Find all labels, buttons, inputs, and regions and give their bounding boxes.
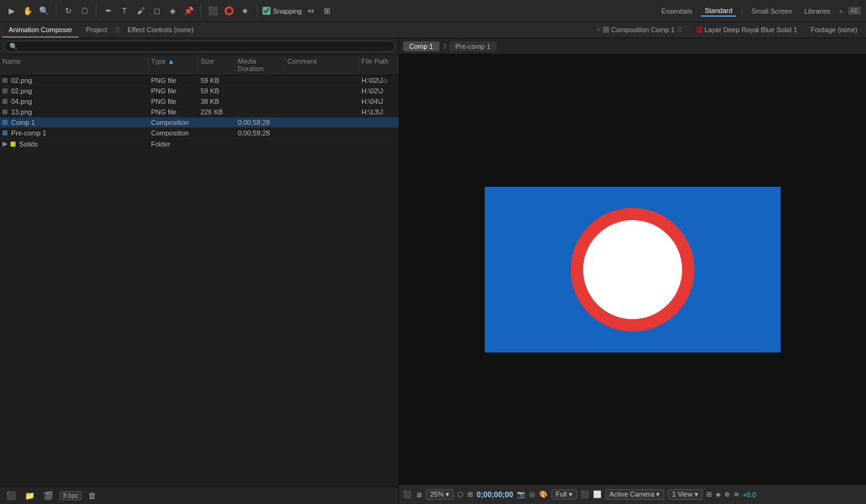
quality-value: Full xyxy=(556,490,567,498)
project-menu[interactable]: ☰ xyxy=(115,27,120,33)
footage-tab[interactable]: Footage (none) xyxy=(805,22,864,38)
comp-tab[interactable]: ✕ Composition Comp 1 ☰ xyxy=(590,22,689,38)
camera-icon: 📷 xyxy=(517,490,526,498)
file-name: 02.png xyxy=(11,87,32,95)
cell-size: 38 KB xyxy=(198,96,235,106)
project-tab[interactable]: Project xyxy=(80,22,113,38)
precomp-color-icon xyxy=(2,130,7,135)
project-table-header: Name Type ▲ Size Media Duration Comment … xyxy=(0,55,399,75)
project-search-area xyxy=(0,38,399,55)
hand-tool[interactable]: ✋ xyxy=(21,4,35,18)
col-path: File Path xyxy=(359,56,399,74)
sep-2 xyxy=(96,5,97,17)
sep-3 xyxy=(201,5,201,17)
cell-path xyxy=(359,139,399,149)
folder-expand-icon[interactable]: ▶ xyxy=(2,140,7,148)
project-row[interactable]: 02.png PNG file 59 KB H:\02\J⌂ xyxy=(0,75,399,86)
libraries-btn[interactable]: Libraries xyxy=(800,6,834,16)
project-row[interactable]: 04.png PNG file 38 KB H:\04\J xyxy=(0,96,399,107)
rotate-tool[interactable]: ↻ xyxy=(61,4,75,18)
cell-comment xyxy=(285,107,359,117)
comp-name: Comp 1 xyxy=(11,119,35,126)
cell-size xyxy=(198,128,235,138)
shape-tool[interactable]: ⬛ xyxy=(206,4,220,18)
viewer-nav-tabs: Comp 1 ❯ Pre-comp 1 xyxy=(399,38,866,54)
cell-comment xyxy=(285,117,359,127)
quality-btn[interactable]: Full ▾ xyxy=(552,489,577,500)
arrow-tool[interactable]: ▶ xyxy=(5,4,19,18)
camera-tool[interactable]: ⬡ xyxy=(77,4,91,18)
layer-tab[interactable]: Layer Deep Royal Blue Solid 1 xyxy=(690,22,803,38)
cell-name: 04.png xyxy=(0,96,149,106)
breadcrumb-arrow: ❯ xyxy=(442,43,447,49)
cell-duration xyxy=(235,96,285,106)
cell-name: 13.png xyxy=(0,107,149,117)
snapping-checkbox[interactable] xyxy=(262,7,271,15)
new-item-btn[interactable]: ⬛ xyxy=(4,490,19,502)
animation-composer-tab[interactable]: Animation Composer xyxy=(2,22,79,38)
cell-comment xyxy=(285,139,359,149)
footage-btn[interactable]: 🎬 xyxy=(41,490,56,502)
project-search-input[interactable] xyxy=(4,41,395,52)
cell-name: Pre-comp 1 xyxy=(0,128,149,138)
viewer-icon-1: ⬛ xyxy=(403,490,412,498)
zoom-btn[interactable]: 25% ▾ xyxy=(426,489,454,500)
pin-tool[interactable]: 📌 xyxy=(182,4,196,18)
flow-icon: ≋ xyxy=(734,490,739,498)
active-camera-btn[interactable]: Active Camera ▾ xyxy=(605,489,664,500)
viewer-icon-4: ⊞ xyxy=(467,490,473,498)
eraser-tool[interactable]: ◻ xyxy=(150,4,163,18)
comp1-viewer-tab[interactable]: Comp 1 xyxy=(403,41,439,51)
stamp-tool[interactable]: ◈ xyxy=(166,4,180,18)
view-count-label: 1 View xyxy=(672,490,693,498)
small-screen-btn[interactable]: Small Screen xyxy=(748,6,795,16)
cell-name: 02.png xyxy=(0,75,149,85)
quality-dropdown-icon: ▾ xyxy=(569,490,573,498)
cell-size: 59 KB xyxy=(198,86,235,96)
folder-btn[interactable]: 📁 xyxy=(22,490,37,502)
precomp1-viewer-tab[interactable]: Pre-comp 1 xyxy=(449,41,497,51)
effect-controls-tab[interactable]: Effect Controls (none) xyxy=(121,22,200,38)
align-icon[interactable]: ⊞ xyxy=(321,4,334,18)
cell-type: Composition xyxy=(149,117,198,127)
project-row-solids[interactable]: ▶ Solids Folder xyxy=(0,139,399,150)
circle-tool[interactable]: ⭕ xyxy=(222,4,236,18)
composition-canvas-area xyxy=(399,54,866,484)
cell-path: H:\02\J⌂ xyxy=(359,75,399,85)
snap-view-icon: ⊕ xyxy=(724,490,730,498)
standard-btn[interactable]: Standard xyxy=(701,6,736,17)
cell-duration xyxy=(235,86,285,96)
render-icon: ◈ xyxy=(716,490,721,498)
snap-icon[interactable]: ⇔ xyxy=(305,4,318,18)
cell-type: PNG file xyxy=(149,75,198,85)
circle-inner xyxy=(583,220,682,319)
comp1-viewer-label: Comp 1 xyxy=(409,43,433,50)
col-duration: Media Duration xyxy=(235,56,285,74)
brush-tool[interactable]: 🖌 xyxy=(134,4,147,18)
cell-path: H:\04\J xyxy=(359,96,399,106)
text-tool[interactable]: T xyxy=(118,4,131,18)
cell-size xyxy=(198,139,235,149)
file-color-icon xyxy=(2,99,7,104)
project-row-precomp1[interactable]: Pre-comp 1 Composition 0;00;59;28 xyxy=(0,128,399,139)
essentials-btn[interactable]: Essentials xyxy=(657,6,696,16)
project-panel: Name Type ▲ Size Media Duration Comment … xyxy=(0,38,399,504)
more-workspaces-btn[interactable]: » xyxy=(839,7,843,15)
comp-tab-menu[interactable]: ☰ xyxy=(677,26,683,33)
pen-tool[interactable]: ✒ xyxy=(102,4,115,18)
zoom-dropdown-icon: ▾ xyxy=(446,490,449,498)
left-panel: Name Type ▲ Size Media Duration Comment … xyxy=(0,38,399,504)
star-tool[interactable]: ★ xyxy=(238,4,252,18)
workspace-bar: Essentials Standard | Small Screen Libra… xyxy=(657,6,861,17)
project-row[interactable]: 02.png PNG file 59 KB H:\02\J xyxy=(0,86,399,96)
project-row-comp1[interactable]: Comp 1 Composition 0;00;59;28 xyxy=(0,117,399,128)
roi-icon: ⬛ xyxy=(581,490,589,498)
viewer-timecode[interactable]: 0;00;00;00 xyxy=(477,490,513,499)
comp-close-icon[interactable]: ✕ xyxy=(596,26,601,33)
cell-duration: 0;00;59;28 xyxy=(235,117,285,127)
delete-btn[interactable]: 🗑 xyxy=(85,490,98,502)
project-row[interactable]: 13.png PNG file 226 KB H:\13\J xyxy=(0,107,399,117)
zoom-tool[interactable]: 🔍 xyxy=(37,4,51,18)
cell-size: 59 KB xyxy=(198,75,235,85)
view-count-btn[interactable]: 1 View ▾ xyxy=(668,489,703,500)
